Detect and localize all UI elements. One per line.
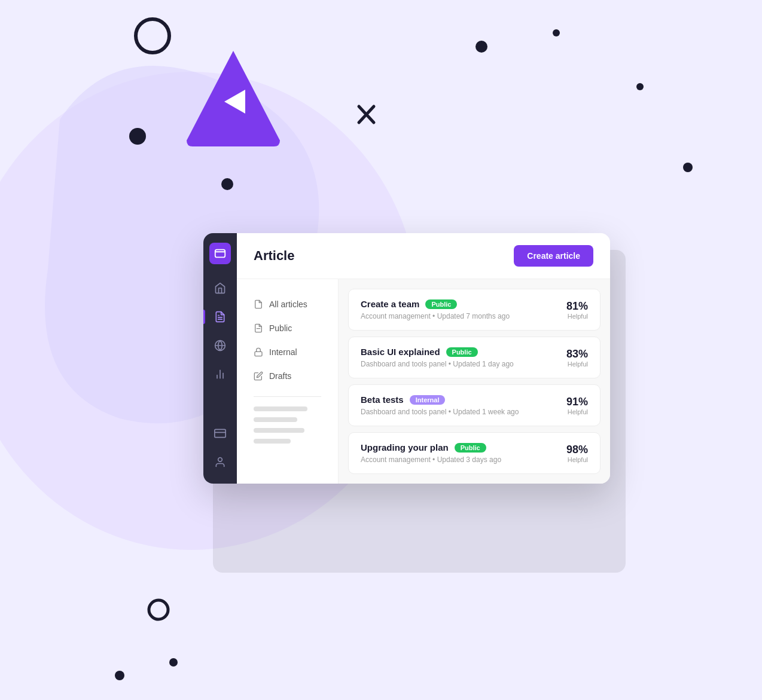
main-card: Article Create article All articles — [203, 233, 610, 484]
article-left: Beta tests Internal Dashboard and tools … — [361, 395, 519, 416]
article-meta: Dashboard and tools panel • Updated 1 we… — [361, 408, 519, 416]
svg-point-3 — [553, 29, 560, 36]
svg-rect-15 — [215, 250, 225, 258]
sidebar-item-analytics[interactable] — [208, 362, 232, 386]
article-left: Basic UI explained Public Dashboard and … — [361, 347, 514, 368]
nav-item-drafts-label: Drafts — [269, 371, 291, 381]
nav-item-internal[interactable]: Internal — [246, 341, 328, 363]
article-meta: Account management • Updated 3 days ago — [361, 456, 501, 464]
article-title-row: Basic UI explained Public — [361, 347, 514, 357]
svg-point-8 — [149, 600, 168, 619]
page-title: Article — [254, 248, 294, 264]
article-title: Beta tests — [361, 395, 404, 405]
article-badge: Public — [455, 443, 486, 453]
left-nav: All articles Public Internal — [237, 279, 339, 484]
article-updated: Updated 3 days ago — [437, 456, 501, 464]
article-stats: 81% Helpful — [566, 300, 588, 320]
article-percent: 81% — [566, 300, 588, 313]
skeleton-line-2 — [254, 417, 297, 422]
sidebar-item-globe[interactable] — [208, 334, 232, 357]
article-title-row: Beta tests Internal — [361, 395, 519, 405]
article-title: Basic UI explained — [361, 347, 440, 357]
sidebar — [203, 233, 237, 484]
svg-rect-27 — [255, 351, 262, 356]
article-category: Account management — [361, 312, 431, 320]
article-helpful: Helpful — [566, 360, 588, 368]
article-card[interactable]: Beta tests Internal Dashboard and tools … — [348, 384, 601, 426]
article-updated: Updated 7 months ago — [437, 312, 510, 320]
article-meta: Account management • Updated 7 months ag… — [361, 312, 510, 320]
skeleton-line-4 — [254, 439, 291, 444]
sidebar-logo[interactable] — [209, 243, 231, 264]
article-meta: Dashboard and tools panel • Updated 1 da… — [361, 360, 514, 368]
article-card[interactable]: Basic UI explained Public Dashboard and … — [348, 337, 601, 378]
main-content: Article Create article All articles — [237, 233, 610, 484]
article-left: Upgrading your plan Public Account manag… — [361, 442, 501, 464]
article-card[interactable]: Create a team Public Account management … — [348, 289, 601, 331]
article-category: Dashboard and tools panel — [361, 408, 446, 416]
articles-list: Create a team Public Account management … — [339, 279, 610, 484]
header: Article Create article — [237, 233, 610, 279]
article-badge: Public — [446, 347, 478, 357]
svg-point-25 — [218, 458, 222, 462]
nav-divider — [254, 396, 321, 397]
body-area: All articles Public Internal — [237, 279, 610, 484]
svg-point-1 — [136, 19, 169, 53]
article-title-row: Create a team Public — [361, 299, 510, 309]
skeleton-line-1 — [254, 406, 307, 411]
article-stats: 83% Helpful — [566, 348, 588, 368]
article-helpful: Helpful — [566, 313, 588, 320]
article-updated: Updated 1 week ago — [453, 408, 519, 416]
article-category: Account management — [361, 456, 431, 464]
nav-skeleton — [246, 406, 328, 444]
sidebar-item-articles[interactable] — [208, 305, 232, 329]
article-percent: 98% — [566, 444, 588, 456]
article-percent: 83% — [566, 348, 588, 360]
svg-point-2 — [476, 41, 487, 53]
svg-point-11 — [636, 83, 644, 90]
nav-item-public-label: Public — [269, 323, 292, 333]
create-article-button[interactable]: Create article — [514, 245, 593, 267]
article-left: Create a team Public Account management … — [361, 299, 510, 320]
nav-item-drafts[interactable]: Drafts — [246, 365, 328, 387]
svg-point-9 — [115, 671, 124, 680]
article-percent: 91% — [566, 396, 588, 408]
article-title: Upgrading your plan — [361, 442, 449, 453]
article-dot: • — [432, 456, 437, 464]
svg-rect-23 — [215, 429, 225, 437]
sidebar-item-home[interactable] — [208, 276, 232, 300]
article-stats: 98% Helpful — [566, 444, 588, 463]
nav-item-public[interactable]: Public — [246, 317, 328, 339]
article-badge: Public — [425, 299, 457, 309]
article-category: Dashboard and tools panel — [361, 360, 446, 368]
nav-item-all-articles-label: All articles — [269, 299, 307, 309]
article-stats: 91% Helpful — [566, 396, 588, 415]
svg-point-10 — [169, 658, 178, 667]
article-title-row: Upgrading your plan Public — [361, 442, 501, 453]
article-helpful: Helpful — [566, 408, 588, 415]
svg-point-12 — [683, 163, 693, 172]
svg-point-7 — [221, 178, 233, 190]
article-updated: Updated 1 day ago — [453, 360, 513, 368]
nav-item-internal-label: Internal — [269, 347, 297, 357]
article-title: Create a team — [361, 299, 419, 309]
article-helpful: Helpful — [566, 456, 588, 463]
sidebar-item-billing[interactable] — [208, 421, 232, 445]
nav-item-all-articles[interactable]: All articles — [246, 294, 328, 315]
article-badge: Internal — [410, 395, 446, 405]
article-card[interactable]: Upgrading your plan Public Account manag… — [348, 432, 601, 474]
article-dot: • — [432, 312, 437, 320]
svg-point-6 — [129, 128, 146, 145]
skeleton-line-3 — [254, 428, 304, 433]
sidebar-item-profile[interactable] — [208, 450, 232, 474]
